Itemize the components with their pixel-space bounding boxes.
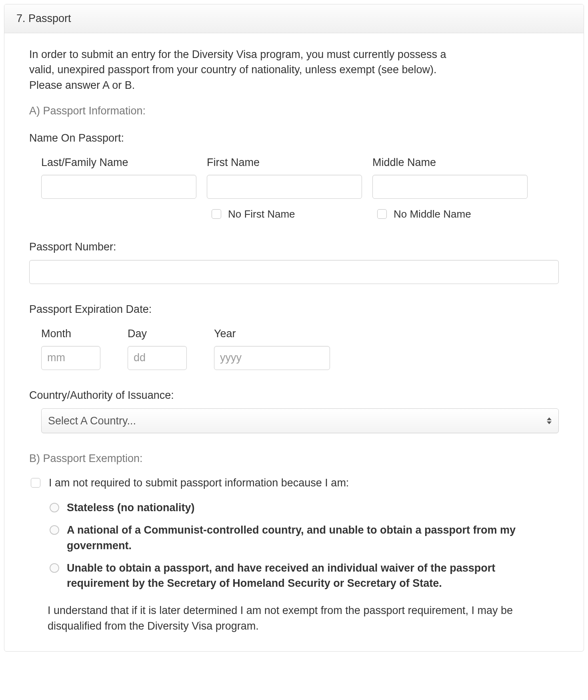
exemption-checkbox[interactable] [31,478,40,488]
expiration-year-label: Year [214,326,330,341]
issuance-select-wrap: Select A Country... [41,408,559,433]
exemption-option-stateless[interactable]: Stateless (no nationality) [48,500,552,515]
expiration-block: Passport Expiration Date: Month Day Year [29,302,559,370]
passport-number-label: Passport Number: [29,239,559,254]
exemption-block: I am not required to submit passport inf… [29,475,559,634]
exemption-checkbox-row[interactable]: I am not required to submit passport inf… [29,475,559,490]
exemption-option-label: Stateless (no nationality) [67,500,195,515]
exemption-option-label: Unable to obtain a passport, and have re… [67,560,552,591]
intro-text: In order to submit an entry for the Dive… [29,47,469,93]
exemption-option-communist[interactable]: A national of a Communist-controlled cou… [48,522,552,553]
expiration-label: Passport Expiration Date: [29,302,559,317]
panel-title: 7. Passport [4,4,584,33]
exemption-radio-stateless[interactable] [50,503,59,512]
expiration-month-label: Month [41,326,128,341]
issuance-select[interactable]: Select A Country... [41,408,559,433]
exemption-options: Stateless (no nationality) A national of… [29,500,552,591]
middle-name-input[interactable] [372,175,528,199]
exemption-radio-waiver[interactable] [50,563,59,573]
no-first-name-row[interactable]: No First Name [207,207,362,222]
no-first-name-label: No First Name [228,207,295,222]
first-name-input[interactable] [207,175,362,199]
first-name-col: First Name No First Name [207,155,362,222]
no-middle-name-checkbox[interactable] [377,209,387,219]
no-middle-name-row[interactable]: No Middle Name [372,207,528,222]
passport-number-input[interactable] [29,260,559,284]
section-a-label: A) Passport Information: [29,103,559,118]
first-name-label: First Name [207,155,362,170]
expiration-day-label: Day [128,326,214,341]
name-row: Last/Family Name First Name No First Nam… [29,155,559,222]
middle-name-col: Middle Name No Middle Name [372,155,528,222]
issuance-label: Country/Authority of Issuance: [29,388,559,403]
expiration-month-input[interactable] [41,346,100,370]
passport-panel: 7. Passport In order to submit an entry … [4,4,584,652]
expiration-year-col: Year [214,326,330,370]
exemption-option-label: A national of a Communist-controlled cou… [67,522,552,553]
no-middle-name-label: No Middle Name [394,207,471,222]
exemption-option-waiver[interactable]: Unable to obtain a passport, and have re… [48,560,552,591]
last-name-input[interactable] [41,175,196,199]
expiration-day-input[interactable] [128,346,187,370]
expiration-month-col: Month [41,326,128,370]
name-on-passport-label: Name On Passport: [29,130,559,146]
panel-body: In order to submit an entry for the Dive… [4,33,584,651]
last-name-col: Last/Family Name [41,155,196,222]
issuance-block: Country/Authority of Issuance: Select A … [29,388,559,433]
expiration-row: Month Day Year [29,326,559,370]
exemption-checkbox-label: I am not required to submit passport inf… [49,475,349,490]
middle-name-label: Middle Name [372,155,528,170]
no-first-name-checkbox[interactable] [212,209,221,219]
section-b-label: B) Passport Exemption: [29,451,559,466]
exemption-disclaimer: I understand that if it is later determi… [29,603,559,634]
exemption-radio-communist[interactable] [50,525,59,535]
passport-number-block: Passport Number: [29,239,559,284]
expiration-day-col: Day [128,326,214,370]
last-name-label: Last/Family Name [41,155,196,170]
expiration-year-input[interactable] [214,346,330,370]
